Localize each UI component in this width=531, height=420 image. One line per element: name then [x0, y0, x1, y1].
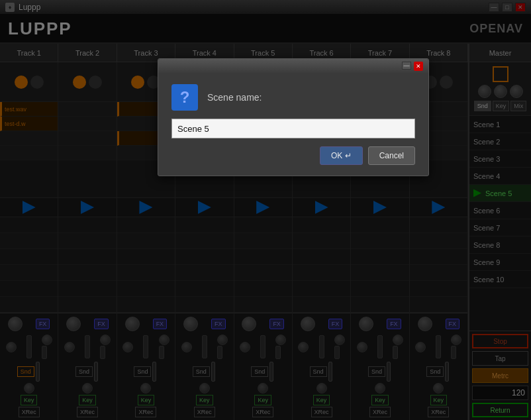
- dialog-prompt-text: Scene name:: [207, 92, 262, 103]
- scene-name-dialog: — ✕ ? Scene name: OK ↵ Cancel: [158, 58, 429, 176]
- dialog-minimize-button[interactable]: —: [402, 62, 411, 70]
- dialog-titlebar: — ✕: [158, 59, 428, 74]
- dialog-controls: — ✕: [402, 62, 423, 71]
- scene-name-input[interactable]: [171, 119, 415, 138]
- dialog-cancel-button[interactable]: Cancel: [368, 146, 415, 165]
- dialog-close-button[interactable]: ✕: [414, 62, 423, 71]
- dialog-body: ? Scene name: OK ↵ Cancel: [158, 74, 428, 176]
- dialog-overlay: — ✕ ? Scene name: OK ↵ Cancel: [0, 0, 531, 420]
- dialog-header-row: ? Scene name:: [171, 84, 415, 111]
- dialog-buttons: OK ↵ Cancel: [171, 146, 415, 165]
- dialog-ok-button[interactable]: OK ↵: [320, 146, 363, 165]
- dialog-question-icon: ?: [171, 84, 198, 111]
